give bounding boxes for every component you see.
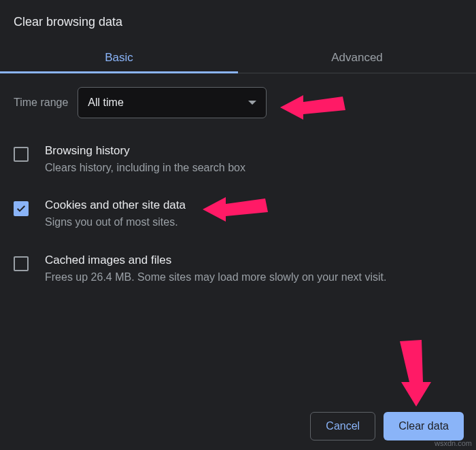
checkbox-cached[interactable] [14,256,29,271]
option-title: Browsing history [45,144,462,158]
watermark: wsxdn.com [435,439,472,447]
clear-data-button[interactable]: Clear data [384,412,464,440]
annotation-arrow-icon [389,339,443,406]
option-cached: Cached images and files Frees up 26.4 MB… [14,245,462,300]
option-desc: Clears history, including in the search … [45,160,462,175]
option-title: Cached images and files [45,254,462,267]
time-range-select[interactable]: All time [78,87,267,118]
chevron-down-icon [248,101,256,105]
dialog-title: Clear browsing data [0,0,476,41]
checkbox-cookies[interactable] [14,201,29,216]
checkbox-browsing-history[interactable] [14,147,29,162]
option-text: Browsing history Clears history, includi… [45,144,462,175]
time-range-value: All time [88,97,123,109]
option-browsing-history: Browsing history Clears history, includi… [14,136,462,190]
svg-marker-2 [400,340,431,406]
option-desc: Signs you out of most sites. [45,215,462,230]
dialog-footer: Cancel Clear data [310,412,464,440]
dialog-content: Time range All time Browsing history Cle… [0,73,476,300]
option-title: Cookies and other site data [45,198,462,212]
option-cookies: Cookies and other site data Signs you ou… [14,190,462,245]
option-text: Cookies and other site data Signs you ou… [45,198,462,230]
time-range-row: Time range All time [14,87,462,118]
tab-basic[interactable]: Basic [0,41,238,73]
tab-advanced[interactable]: Advanced [238,41,476,73]
tabs: Basic Advanced [0,41,476,73]
option-desc: Frees up 26.4 MB. Some sites may load mo… [45,270,462,285]
cancel-button[interactable]: Cancel [310,412,375,440]
time-range-label: Time range [14,97,68,109]
option-text: Cached images and files Frees up 26.4 MB… [45,254,462,285]
check-icon [16,203,27,214]
